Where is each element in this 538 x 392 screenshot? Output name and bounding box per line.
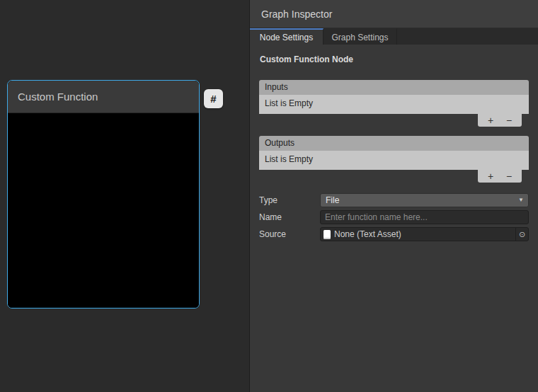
inspector-tabbar: Node Settings Graph Settings <box>250 28 538 45</box>
outputs-list-empty: List is Empty <box>259 151 529 170</box>
section-title: Custom Function Node <box>260 54 529 64</box>
outputs-list-footer: + − <box>478 170 522 183</box>
object-picker-icon[interactable]: ⊙ <box>515 228 528 241</box>
outputs-remove-button[interactable]: − <box>500 171 518 182</box>
hash-icon: # <box>210 93 216 105</box>
type-dropdown[interactable]: File ▼ <box>320 193 529 207</box>
function-name-input[interactable] <box>320 210 529 224</box>
text-asset-icon <box>324 230 331 239</box>
node-body <box>8 113 199 308</box>
source-object-field[interactable]: None (Text Asset) ⊙ <box>320 227 529 241</box>
inputs-list-header: Inputs <box>259 80 529 95</box>
inputs-add-button[interactable]: + <box>481 115 500 126</box>
inspector-title: Graph Inspector <box>261 8 332 20</box>
type-dropdown-value: File <box>326 195 339 205</box>
node-title: Custom Function <box>18 91 98 103</box>
node-fields: Type File ▼ Name Source <box>259 193 529 241</box>
source-label: Source <box>259 229 320 239</box>
outputs-list: Outputs List is Empty + − <box>259 136 529 183</box>
inspector-content: Custom Function Node Inputs List is Empt… <box>250 45 538 392</box>
tab-node-settings-label: Node Settings <box>260 33 313 42</box>
chevron-down-icon: ▼ <box>518 194 524 207</box>
source-object-value: None (Text Asset) <box>334 228 515 241</box>
hash-badge-button[interactable]: # <box>204 89 223 108</box>
outputs-add-button[interactable]: + <box>481 171 500 182</box>
inspector-header: Graph Inspector <box>250 0 538 28</box>
tab-node-settings[interactable]: Node Settings <box>250 28 324 45</box>
source-row: Source None (Text Asset) ⊙ <box>259 227 529 241</box>
name-label: Name <box>259 212 320 222</box>
custom-function-node[interactable]: Custom Function <box>7 80 200 309</box>
outputs-list-header: Outputs <box>259 136 529 151</box>
tab-graph-settings[interactable]: Graph Settings <box>324 28 397 45</box>
node-header[interactable]: Custom Function <box>8 81 199 113</box>
name-row: Name <box>259 210 529 224</box>
inputs-list-empty: List is Empty <box>259 95 529 114</box>
inputs-list: Inputs List is Empty + − <box>259 80 529 127</box>
type-row: Type File ▼ <box>259 193 529 207</box>
inputs-remove-button[interactable]: − <box>500 115 518 126</box>
type-label: Type <box>259 195 320 205</box>
inputs-list-footer: + − <box>478 114 522 127</box>
tab-graph-settings-label: Graph Settings <box>331 33 388 42</box>
graph-inspector-panel: Graph Inspector Node Settings Graph Sett… <box>249 0 538 392</box>
